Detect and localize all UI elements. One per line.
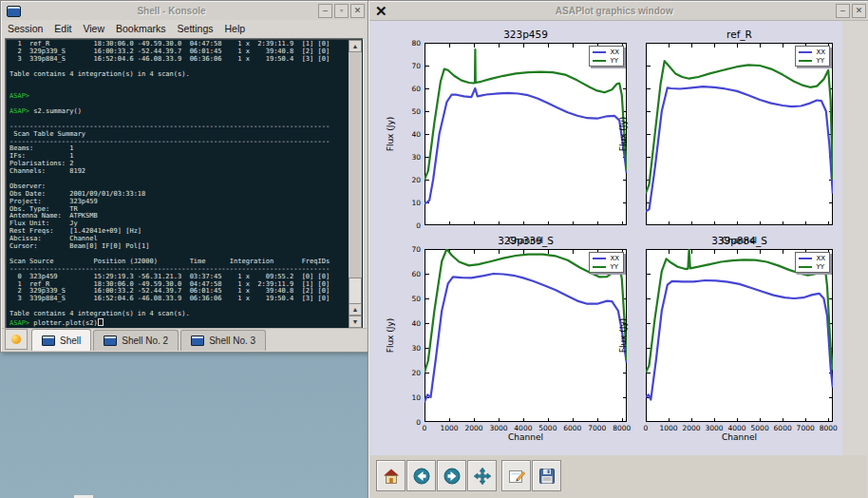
asaplot-window-title: ASAPlot graphics window — [393, 6, 836, 16]
terminal-cursor — [98, 318, 104, 326]
new-session-button[interactable] — [5, 329, 28, 350]
x11-icon: ✕ — [375, 4, 387, 18]
plot-axes — [425, 249, 627, 422]
y-tick-label: 40 — [398, 319, 421, 328]
tab-shell-3[interactable]: Shell No. 3 — [180, 330, 266, 351]
plot-toolbar — [370, 455, 867, 498]
maximize-button[interactable]: ▫ — [334, 4, 349, 18]
legend-line-sample — [799, 51, 812, 53]
asaplot-titlebar[interactable]: ✕ ASAPlot graphics window – ✕ — [369, 2, 868, 21]
new-session-icon — [11, 335, 21, 344]
y-tick-label: 10 — [398, 393, 421, 402]
close-button[interactable]: ✕ — [852, 4, 866, 18]
y-axis-label: Flux (Jy) — [618, 318, 628, 354]
minimize-button[interactable]: – — [836, 4, 850, 18]
terminal-line: Table contains 4 integration(s) in 4 sca… — [9, 311, 347, 318]
konsole-window: Shell - Konsole – ▫ ✕ Session Edit View … — [0, 0, 368, 353]
legend-line-sample — [799, 60, 812, 62]
session-tabbar: Shell Shell No. 2 Shell No. 3 — [2, 328, 367, 351]
shell-icon — [104, 335, 117, 346]
menu-edit[interactable]: Edit — [48, 23, 77, 34]
subplot-329p339_S: XXYY — [425, 249, 627, 422]
menu-settings[interactable]: Settings — [172, 23, 219, 34]
terminal-line — [9, 176, 347, 183]
pan-button[interactable] — [467, 460, 497, 491]
forward-icon — [443, 467, 462, 486]
terminal-line: ASAP> s2.summary() — [9, 108, 347, 116]
plot-legend: XXYY — [795, 46, 830, 67]
terminal-text: 1 ref_R 18:30:06.0 -49.59.30.0 04:47:58 … — [9, 41, 347, 327]
plot-axes — [646, 43, 833, 225]
plot-title: 339p884_S — [646, 235, 833, 246]
tab-label: Shell No. 2 — [122, 335, 168, 346]
y-tick-label: 20 — [398, 176, 421, 184]
plot-title: 329p339_S — [425, 235, 627, 246]
tab-label: Shell No. 3 — [209, 335, 255, 346]
y-axis-label: Flux (Jy) — [386, 117, 395, 152]
terminal-scrollbar[interactable]: ▲ ▲ ▼ — [349, 40, 362, 328]
tab-shell-2[interactable]: Shell No. 2 — [93, 330, 179, 351]
menu-bookmarks[interactable]: Bookmarks — [110, 23, 172, 34]
terminal-line — [9, 86, 347, 93]
konsole-app-icon — [7, 6, 21, 17]
scroll-down-icon[interactable]: ▼ — [349, 316, 362, 328]
y-tick-label: 70 — [398, 62, 421, 70]
plot-legend: XXYY — [589, 46, 624, 67]
scroll-up2-icon[interactable]: ▲ — [349, 303, 362, 316]
shell-icon — [191, 335, 204, 346]
konsole-titlebar[interactable]: Shell - Konsole – ▫ ✕ — [2, 2, 367, 21]
back-icon — [412, 467, 431, 486]
plot-axes — [646, 249, 833, 422]
pan-icon — [473, 467, 492, 486]
back-button[interactable] — [406, 460, 436, 491]
y-tick-label: 30 — [398, 153, 421, 162]
legend-line-sample — [799, 266, 812, 268]
y-tick-label: 60 — [398, 85, 421, 93]
subplots-button[interactable] — [501, 460, 531, 491]
subplots-icon — [507, 467, 526, 486]
legend-label: YY — [816, 57, 824, 65]
home-button[interactable] — [376, 460, 406, 491]
y-tick-label: 50 — [398, 295, 421, 303]
minimize-button[interactable]: – — [318, 4, 332, 18]
y-tick-label: 40 — [398, 130, 421, 139]
y-tick-label: 60 — [398, 270, 421, 278]
legend-label: YY — [610, 263, 618, 271]
y-tick-label: 20 — [398, 369, 421, 377]
terminal-line: Channels: 8192 — [9, 168, 347, 176]
menu-help[interactable]: Help — [219, 23, 252, 34]
y-tick-label: 70 — [398, 245, 421, 254]
shell-icon — [42, 335, 55, 346]
y-tick-label: 30 — [398, 344, 421, 353]
plot-legend: XXYY — [795, 252, 830, 273]
legend-label: YY — [816, 263, 824, 271]
desktop: Shell - Konsole – ▫ ✕ Session Edit View … — [0, 0, 868, 498]
legend-label: XX — [816, 255, 825, 262]
legend-line-sample — [593, 51, 606, 53]
legend-line-sample — [799, 258, 812, 259]
scroll-up-icon[interactable]: ▲ — [349, 40, 362, 52]
menu-session[interactable]: Session — [2, 23, 48, 34]
legend-label: XX — [610, 255, 619, 262]
y-tick-label: 50 — [398, 107, 421, 116]
tab-shell[interactable]: Shell — [31, 329, 91, 351]
menu-view[interactable]: View — [77, 23, 110, 34]
x-tick-label: 8000 — [814, 424, 842, 432]
forward-button[interactable] — [437, 460, 466, 491]
terminal-area[interactable]: 1 ref_R 18:30:06.0 -49.59.30.0 04:47:58 … — [5, 38, 364, 330]
terminal-line: 3 339p884_S 16:52:04.6 -46.08.33.9 06:36… — [9, 296, 347, 303]
subplot-ref_R: XXYY — [646, 43, 833, 225]
konsole-window-title: Shell - Konsole — [25, 6, 318, 16]
legend-label: YY — [610, 57, 618, 65]
terminal-line: Cursor: Beam[0] IF[0] Pol[1] — [9, 243, 347, 251]
y-axis-label: Flux (Jy) — [386, 318, 395, 354]
plot-legend: XXYY — [589, 252, 624, 273]
terminal-line: Table contains 4 integration(s) in 4 sca… — [9, 71, 347, 79]
y-tick-label: 10 — [398, 199, 421, 207]
close-button[interactable]: ✕ — [350, 4, 365, 18]
save-icon — [538, 467, 557, 486]
tab-label: Shell — [60, 335, 81, 346]
save-button[interactable] — [532, 460, 561, 491]
legend-line-sample — [593, 266, 606, 268]
plot-title: ref_R — [646, 29, 833, 40]
